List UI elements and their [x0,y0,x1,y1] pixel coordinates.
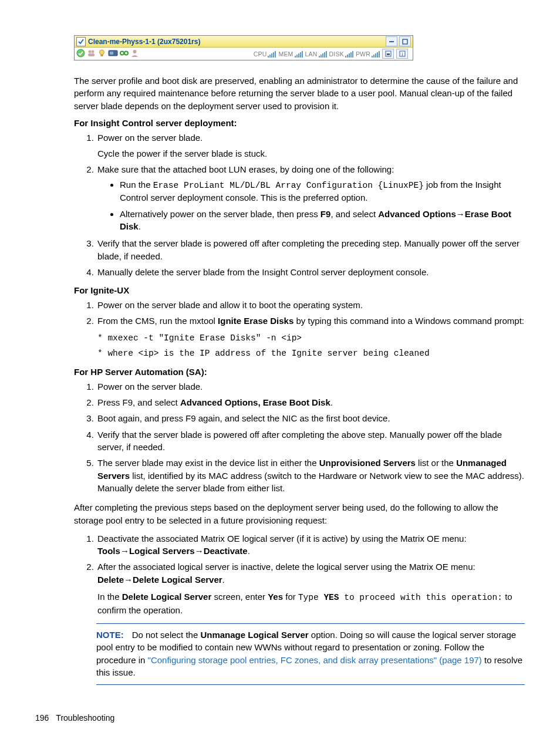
meter-lan-bars [319,50,327,58]
list-item: Press F9, and select Advanced Options, E… [96,396,525,409]
link-icon [120,49,129,59]
list-item: Power on the server blade. [96,380,525,393]
heading-ignite: For Ignite-UX [74,285,525,295]
meter-mem-label: MEM [278,50,293,58]
note-block: NOTE:Do not select the Unmanage Logical … [96,623,525,685]
list-item: Power on the server blade and allow it t… [96,299,525,311]
svg-point-10 [120,52,124,55]
svg-rect-1 [403,39,407,44]
note-label: NOTE: [96,630,124,640]
heading-sa: For HP Server Automation (SA): [74,367,525,377]
lightbulb-icon [97,49,106,59]
body-paragraph: After completing the previous steps base… [74,501,525,526]
code-line: * mxexec -t "Ignite Erase Disks" -n <ip> [97,332,525,345]
list-item: The server blade may exist in the device… [96,457,525,494]
svg-point-11 [124,52,128,55]
tile-titlebar: Clean-me-Physs-1-1 (2ux75201rs) [75,36,413,48]
svg-point-4 [92,50,95,53]
list-item: From the CMS, run the mxtool Ignite Eras… [96,315,525,359]
list-item: Power on the server blade. Cycle the pow… [96,131,525,160]
svg-point-2 [77,49,85,57]
svg-rect-5 [88,53,95,56]
list-item: Deactivate the associated Matrix OE logi… [96,532,525,558]
heading-insight: For Insight Control server deployment: [74,118,525,128]
person-icon [130,49,139,59]
bullet-item: Run the Erase ProLiant ML/DL/BL Array Co… [120,178,525,204]
tile-checkbox-icon[interactable] [76,37,86,46]
svg-point-12 [133,50,137,53]
svg-rect-7 [101,55,103,56]
xref-link[interactable]: "Configuring storage pool entries, FC zo… [148,655,482,665]
server-tile: Clean-me-Physs-1-1 (2ux75201rs) CPU MEM … [74,35,413,60]
code-line: * where <ip> is the IP address of the Ig… [97,347,525,360]
svg-point-6 [100,50,104,55]
intro-paragraph: The server profile and boot disk are pre… [74,75,525,112]
page-number: 196 [35,713,49,723]
tile-status-row: CPU MEM LAN DISK PWR i [75,48,413,60]
svg-rect-0 [389,41,394,42]
meter-lan-label: LAN [305,50,318,58]
meter-cpu-bars [268,50,276,58]
list-item: Verify that the server blade is powered … [96,428,525,454]
meter-pwr-label: PWR [356,50,370,58]
list-item: After the associated logical server is i… [96,561,525,616]
list-item: Boot again, and press F9 again, and sele… [96,412,525,424]
svg-rect-14 [387,53,390,55]
minimize-icon[interactable] [386,36,397,46]
restore-icon[interactable] [399,36,411,46]
meter-mem-bars [295,50,303,58]
meter-disk-bars [345,50,353,58]
svg-text:i: i [402,51,403,57]
users-icon [87,49,96,59]
meter-pwr-bars [372,50,380,58]
svg-point-3 [89,50,92,53]
info-icon[interactable]: i [396,49,408,59]
page-footer: 196Troubleshooting [35,713,114,723]
drive-icon [108,49,118,59]
list-item: Make sure that the attached boot LUN era… [96,163,525,232]
status-ok-icon [76,49,85,59]
note-rule-bottom [96,684,525,685]
meter-cpu-label: CPU [254,50,267,58]
tile-title: Clean-me-Physs-1-1 (2ux75201rs) [88,38,386,46]
section-label: Troubleshooting [56,713,114,723]
meter-disk-label: DISK [329,50,344,58]
list-item: Verify that the server blade is powered … [96,237,525,262]
svg-rect-9 [110,52,113,55]
list-item: Manually delete the server blade from th… [96,266,525,278]
snapshot-icon[interactable] [382,49,394,59]
note-rule-top [96,623,525,624]
bullet-item: Alternatively power on the server blade,… [120,208,525,233]
